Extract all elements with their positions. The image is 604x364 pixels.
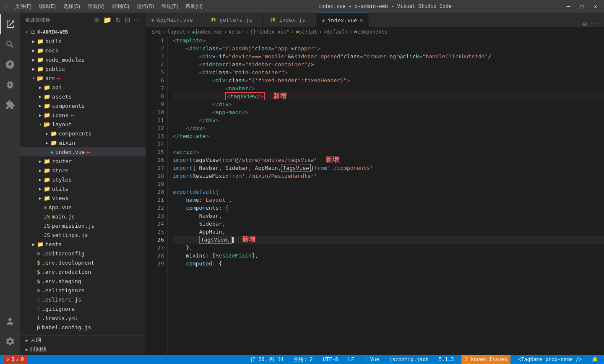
sidebar-item-router[interactable]: ▶ 📁 router bbox=[20, 156, 146, 166]
activity-search[interactable] bbox=[0, 34, 20, 55]
status-line-ending[interactable]: LF bbox=[346, 355, 357, 364]
activity-account[interactable] bbox=[0, 311, 20, 331]
sidebar-item-eslintignore[interactable]: ▶ ⚙ .eslintignore bbox=[20, 286, 146, 295]
sidebar-item-layout[interactable]: ▾ 📂 layout bbox=[20, 120, 146, 129]
sidebar-item-styles[interactable]: ▶ 📁 styles bbox=[20, 175, 146, 184]
new-folder-icon[interactable]: 📁 bbox=[103, 16, 112, 24]
menu-help[interactable]: 帮助(H) bbox=[182, 2, 206, 11]
bell-icon: 🔔 bbox=[592, 356, 598, 362]
sidebar-item-babel[interactable]: ▶ β babel.config.js bbox=[20, 322, 146, 332]
status-tag-name[interactable]: <TagName prop-name /> bbox=[515, 355, 584, 364]
code-line-6: <div :class="{'fixed-header':fixedHeader… bbox=[173, 76, 604, 84]
code-token: :class bbox=[199, 45, 219, 52]
status-position[interactable]: 行 26，列 14 bbox=[248, 355, 286, 364]
sidebar-item-utils[interactable]: ▶ 📁 utils bbox=[20, 184, 146, 193]
sidebar-item-app-vue[interactable]: ▶ ◈ App.vue bbox=[20, 203, 146, 212]
known-issues-text: 2 known Issues bbox=[465, 356, 507, 362]
menu-file[interactable]: 文件(F) bbox=[12, 2, 35, 11]
activity-settings[interactable] bbox=[0, 331, 20, 351]
status-spaces[interactable]: 空格: 2 bbox=[291, 355, 315, 364]
tab-index-vue[interactable]: ◈ index.vue × bbox=[317, 13, 369, 27]
ln-16: 16 bbox=[149, 156, 164, 164]
sidebar-item-node-modules[interactable]: ▶ 📁 node_modules bbox=[20, 55, 146, 64]
code-line-19 bbox=[173, 180, 604, 188]
code-indent bbox=[173, 101, 212, 107]
outline-item[interactable]: ▶ 大纲 bbox=[20, 335, 146, 345]
more-icon[interactable]: ··· bbox=[134, 16, 141, 24]
sidebar-item-settings-js[interactable]: ▶ JS settings.js bbox=[20, 230, 146, 239]
sidebar-item-public[interactable]: ▶ 📁 public bbox=[20, 64, 146, 73]
sidebar-item-assets[interactable]: ▶ 📁 assets bbox=[20, 92, 146, 101]
sidebar-item-travis[interactable]: ▶ ! .travis.yml bbox=[20, 313, 146, 322]
sidebar-item-env-dev[interactable]: ▶ $ .env.development bbox=[20, 258, 146, 267]
breadcrumb-components[interactable]: components bbox=[357, 29, 388, 35]
collapse-icon[interactable]: ⊟ bbox=[125, 16, 130, 24]
menu-terminal[interactable]: 终端(T) bbox=[158, 2, 181, 11]
tab-appmain-vue[interactable]: ◈ AppMain.vue × bbox=[146, 13, 204, 27]
breadcrumb-src[interactable]: src bbox=[152, 29, 161, 35]
ln-12: 12 bbox=[149, 124, 164, 132]
menu-goto[interactable]: 转到(G) bbox=[109, 2, 133, 11]
refresh-icon[interactable]: ↻ bbox=[115, 16, 121, 24]
sidebar-item-src[interactable]: ▾ 📂 src ← bbox=[20, 73, 146, 83]
sidebar-item-views[interactable]: ▶ 📁 views bbox=[20, 193, 146, 203]
sidebar-item-mock[interactable]: ▶ 📁 mock bbox=[20, 46, 146, 55]
tree-label: tests bbox=[45, 241, 62, 247]
activity-extensions[interactable] bbox=[0, 95, 20, 115]
sidebar-item-store[interactable]: ▶ 📁 store bbox=[20, 166, 146, 175]
sidebar-item-tests[interactable]: ▶ 📁 tests bbox=[20, 239, 146, 249]
sidebar-item-api[interactable]: ▶ 📁 api bbox=[20, 83, 146, 92]
sidebar-item-env-staging[interactable]: ▶ $ .env.staging bbox=[20, 276, 146, 286]
sidebar-item-main-js[interactable]: ▶ JS main.js bbox=[20, 212, 146, 221]
breadcrumb-sep: › bbox=[224, 29, 227, 35]
status-known-issues[interactable]: 2 known Issues bbox=[461, 355, 510, 364]
activity-git[interactable] bbox=[0, 55, 20, 75]
breadcrumb-vetur[interactable]: Vetur bbox=[229, 29, 244, 35]
status-errors[interactable]: ✕ 0 ⚠ 0 bbox=[3, 355, 27, 364]
tab-close-icon[interactable]: × bbox=[360, 17, 363, 23]
code-content[interactable]: <template> <div :class="classObj" class=… bbox=[168, 36, 604, 355]
breadcrumb-vue-icon: ◈ bbox=[192, 29, 195, 35]
split-editor-icon[interactable]: ⧉ bbox=[583, 20, 587, 27]
status-config[interactable]: jsconfig.json bbox=[387, 355, 431, 364]
tab-getters-js[interactable]: JS getters.js × bbox=[204, 13, 264, 27]
folder-icon: 📁 bbox=[44, 112, 50, 118]
more-tabs-icon[interactable]: ··· bbox=[590, 21, 601, 27]
sidebar-item-eslintrc[interactable]: ▶ ○ .eslintrc.js bbox=[20, 295, 146, 304]
status-encoding[interactable]: UTF-8 bbox=[320, 355, 341, 364]
breadcrumb-index-vue-2[interactable]: "index.vue" bbox=[256, 29, 289, 35]
tab-index-js[interactable]: JS index.js × bbox=[264, 13, 317, 27]
sidebar-item-gitignore[interactable]: ▶ ⑂ .gitignore bbox=[20, 304, 146, 313]
sidebar-item-icons[interactable]: ▶ 📁 icons ← bbox=[20, 110, 146, 120]
sidebar: 资源管理器 ⊕ 📁 ↻ ⊟ ··· ▾ 🗂 X-ADMIN-WEB ▶ 📁 bu… bbox=[20, 13, 146, 355]
new-file-icon[interactable]: ⊕ bbox=[94, 16, 100, 24]
timeline-item[interactable]: ▶ 时间线 bbox=[20, 345, 146, 354]
tree-root[interactable]: ▾ 🗂 X-ADMIN-WEB bbox=[20, 27, 146, 36]
sidebar-item-components[interactable]: ▶ 📁 components bbox=[20, 101, 146, 110]
sidebar-item-index-vue[interactable]: ▶ ◈ index.vue ← bbox=[20, 147, 146, 156]
status-language[interactable]: ⬡ Vue bbox=[362, 355, 382, 364]
menu-run[interactable]: 运行(R) bbox=[133, 2, 157, 11]
menu-view[interactable]: 查看(V) bbox=[84, 2, 108, 11]
breadcrumb-layout[interactable]: layout bbox=[167, 29, 185, 35]
minimize-button[interactable]: ─ bbox=[564, 2, 573, 10]
status-notifications[interactable]: 🔔 bbox=[589, 355, 601, 364]
sidebar-item-layout-components[interactable]: ▶ 📁 components bbox=[20, 129, 146, 138]
sidebar-item-layout-mixin[interactable]: ▶ 📁 mixin bbox=[20, 138, 146, 147]
breadcrumb-index-vue[interactable]: index.vue bbox=[195, 29, 222, 35]
folder-icon: 📁 bbox=[37, 38, 44, 44]
status-version[interactable]: 5.1.3 bbox=[436, 355, 456, 364]
activity-debug[interactable] bbox=[0, 75, 20, 95]
titlebar: ✗ 文件(F) 编辑(E) 选择(S) 查看(V) 转到(G) 运行(R) 终端… bbox=[0, 0, 604, 13]
breadcrumb-script[interactable]: script bbox=[299, 29, 317, 35]
sidebar-item-editorconfig[interactable]: ▶ ⚙ .editorconfig bbox=[20, 249, 146, 258]
maximize-button[interactable]: ❐ bbox=[578, 2, 586, 10]
menu-edit[interactable]: 编辑(E) bbox=[36, 2, 59, 11]
sidebar-item-env-prod[interactable]: ▶ $ .env.production bbox=[20, 267, 146, 276]
close-button[interactable]: ✕ bbox=[591, 2, 600, 10]
menu-select[interactable]: 选择(S) bbox=[60, 2, 83, 11]
sidebar-item-permission-js[interactable]: ▶ JS permission.js bbox=[20, 221, 146, 230]
sidebar-item-build[interactable]: ▶ 📁 build bbox=[20, 36, 146, 46]
activity-explorer[interactable] bbox=[0, 14, 20, 34]
breadcrumb-default[interactable]: default bbox=[327, 29, 348, 35]
